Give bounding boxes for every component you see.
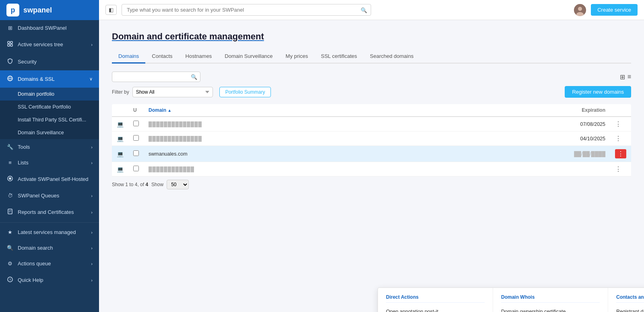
sidebar-item-label: SWPanel Queues xyxy=(18,193,59,199)
col-expiration-header: Expiration xyxy=(427,104,610,117)
avatar xyxy=(574,4,586,16)
domain-search-icon: 🔍 xyxy=(191,74,197,80)
sidebar-item-label: Actions queue xyxy=(18,261,51,267)
submenu-label: Install Third Party SSL Certifi... xyxy=(18,117,86,123)
svg-rect-2 xyxy=(8,44,10,46)
show-label: Show xyxy=(151,182,163,187)
sidebar-item-label: Domains & SSL xyxy=(18,76,55,82)
chevron-right-icon: › xyxy=(91,246,93,250)
row-checkbox[interactable] xyxy=(133,150,139,156)
chevron-right-icon: › xyxy=(91,160,93,165)
sidebar-item-swpanel-queues[interactable]: ⏱ SWPanel Queues › xyxy=(0,188,99,203)
sidebar-item-security[interactable]: Security xyxy=(0,53,99,70)
register-new-domains-button[interactable]: Register new domains xyxy=(565,86,631,98)
globe-icon xyxy=(6,75,14,83)
portfolio-summary-button[interactable]: Portfolio Summary xyxy=(219,87,271,97)
table-row: 💻 ████████████ ⋮ xyxy=(112,162,631,177)
search-input[interactable] xyxy=(122,4,371,16)
sidebar-sub-domain-surveillance[interactable]: Domain Surveillance xyxy=(0,126,99,139)
chevron-right-icon: › xyxy=(91,210,93,215)
svg-rect-8 xyxy=(8,209,12,214)
tab-ssl-certificates[interactable]: SSL certificates xyxy=(314,50,363,64)
computer-icon: 💻 xyxy=(117,121,124,127)
view-icons: ⊞ ≡ xyxy=(620,73,631,81)
sidebar-sub-domain-portfolio[interactable]: Domain portfolio xyxy=(0,88,99,101)
sidebar-item-label: Domain search xyxy=(18,245,53,251)
row-checkbox[interactable] xyxy=(133,121,139,126)
chevron-down-icon: ∨ xyxy=(89,76,93,82)
col-domain-header[interactable]: Domain ▲ xyxy=(144,104,427,117)
table-row: 💻 ██████████████ 07/08/2025 ⋮ xyxy=(112,117,631,131)
per-page-select[interactable]: 25 50 100 xyxy=(167,180,189,189)
list-view-icon[interactable]: ≡ xyxy=(627,73,631,80)
expiry-date: 07/08/2025 xyxy=(427,117,610,131)
filter-select[interactable]: Show All Active Expired Pending xyxy=(132,87,213,97)
row-options-button[interactable]: ⋮ xyxy=(615,135,621,142)
sidebar-sub-install-ssl[interactable]: Install Third Party SSL Certifi... xyxy=(0,113,99,126)
expiry-date: ██/██/████ xyxy=(427,146,610,162)
sidebar-item-lists[interactable]: ≡ Lists › xyxy=(0,155,99,170)
table-row: 💻 swmanuales.com ██/██/████ ⋮ xyxy=(112,146,631,162)
domains-ssl-submenu: Domain portfolio SSL Certificate Portfol… xyxy=(0,88,99,139)
sidebar-item-dashboard[interactable]: ⊞ Dashboard SWPanel xyxy=(0,20,99,36)
shield-icon xyxy=(6,58,14,66)
ctx-registrant-data[interactable]: Registrant data xyxy=(616,307,644,312)
expiry-date xyxy=(427,162,610,177)
actions-icon: ⚙ xyxy=(6,261,14,267)
create-service-button[interactable]: Create service xyxy=(591,4,638,16)
lists-icon: ≡ xyxy=(6,160,14,166)
sidebar-item-quick-help[interactable]: ? Quick Help › xyxy=(0,271,99,289)
ctx-ownership-cert[interactable]: Domain ownership certificate xyxy=(501,307,600,312)
tab-hostnames[interactable]: Hostnames xyxy=(179,50,219,64)
sidebar-item-domains-ssl[interactable]: Domains & SSL ∨ xyxy=(0,70,99,88)
tab-searched-domains[interactable]: Searched domains xyxy=(363,50,420,64)
domain-filter-input[interactable] xyxy=(112,72,200,82)
tab-contacts[interactable]: Contacts xyxy=(145,50,179,64)
chevron-right-icon: › xyxy=(91,230,93,235)
computer-icon: 💻 xyxy=(117,135,124,142)
computer-icon: 💻 xyxy=(117,151,124,157)
tab-my-prices[interactable]: My prices xyxy=(279,50,315,64)
domain-name: ████████████ xyxy=(149,166,194,172)
tab-domains[interactable]: Domains xyxy=(112,50,145,64)
ctx-whois-title: Domain Whois xyxy=(501,294,600,303)
sidebar-sub-ssl-certificate[interactable]: SSL Certificate Portfolio xyxy=(0,101,99,113)
sidebar-item-label: Latest services managed xyxy=(18,229,76,235)
logo[interactable]: p swpanel xyxy=(0,0,99,20)
logo-icon: p xyxy=(6,4,19,16)
tab-domain-surveillance[interactable]: Domain Surveillance xyxy=(218,50,279,64)
sidebar-item-label: Active services tree xyxy=(18,41,63,47)
show-count: Show 1 to 4, of 4 Show 25 50 100 xyxy=(112,180,631,189)
sidebar-item-activate-self-hosted[interactable]: Activate SWPanel Self-Hosted xyxy=(0,170,99,188)
sidebar-item-actions-queue[interactable]: ⚙ Actions queue › xyxy=(0,256,99,271)
chevron-right-icon: › xyxy=(91,42,93,47)
row-options-button[interactable]: ⋮ xyxy=(615,165,621,173)
sidebar-item-label: Lists xyxy=(18,160,29,166)
queues-icon: ⏱ xyxy=(6,193,14,199)
domain-search-wrapper: 🔍 xyxy=(112,72,200,82)
table-row: 💻 ██████████████ 04/10/2025 ⋮ xyxy=(112,131,631,146)
sidebar-item-reports-certs[interactable]: Reports and Certificates › xyxy=(0,203,99,221)
sidebar-item-active-services[interactable]: Active services tree › xyxy=(0,36,99,53)
svg-rect-3 xyxy=(10,44,12,46)
submenu-label: Domain Surveillance xyxy=(18,130,64,135)
ctx-open-annotation[interactable]: Open annotation post-it xyxy=(386,307,485,312)
chevron-right-icon: › xyxy=(91,278,93,283)
row-options-button[interactable]: ⋮ xyxy=(615,149,626,158)
page-body: Domain and certificate management Domain… xyxy=(99,20,644,312)
row-options-button[interactable]: ⋮ xyxy=(615,120,621,128)
row-checkbox[interactable] xyxy=(133,166,139,171)
sidebar-toggle-button[interactable]: ◧ xyxy=(105,5,117,15)
domain-search-icon: 🔍 xyxy=(6,245,14,251)
grid-view-icon[interactable]: ⊞ xyxy=(620,73,625,81)
sidebar-item-tools[interactable]: 🔧 Tools › xyxy=(0,139,99,155)
sidebar-item-label: Tools xyxy=(18,144,30,150)
sidebar-item-domain-search[interactable]: 🔍 Domain search › xyxy=(0,240,99,256)
sidebar-item-latest-services[interactable]: ★ Latest services managed › xyxy=(0,224,99,240)
chevron-right-icon: › xyxy=(91,261,93,266)
page-title: Domain and certificate management xyxy=(112,31,631,42)
submenu-label: Domain portfolio xyxy=(18,91,54,97)
row-checkbox[interactable] xyxy=(133,135,139,141)
chevron-right-icon: › xyxy=(91,193,93,198)
latest-icon: ★ xyxy=(6,229,14,235)
